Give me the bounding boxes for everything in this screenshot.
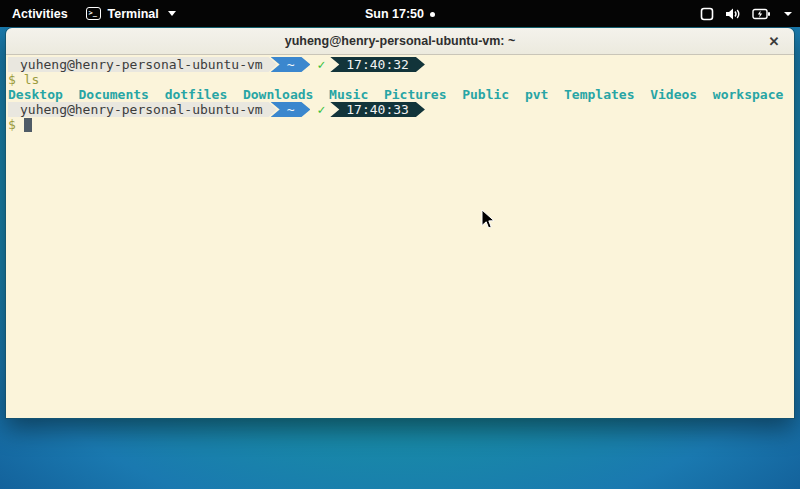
text-cursor xyxy=(24,118,32,132)
system-tray[interactable] xyxy=(700,0,792,27)
directory-name: workspace xyxy=(713,87,783,102)
status-check-icon: ✓ xyxy=(310,102,330,117)
directory-name: dotfiles xyxy=(165,87,228,102)
directory-name: Pictures xyxy=(384,87,447,102)
chevron-down-icon xyxy=(784,12,792,16)
directory-name: Desktop xyxy=(8,87,63,102)
media-indicator-dot xyxy=(430,12,435,17)
status-check-icon: ✓ xyxy=(310,57,330,72)
directory-name: Music xyxy=(329,87,368,102)
directory-name: pvt xyxy=(525,87,548,102)
terminal-app-icon: >_ xyxy=(86,7,101,20)
app-menu-terminal[interactable]: >_ Terminal xyxy=(86,7,176,21)
directory-name: Public xyxy=(462,87,509,102)
screen-share-icon xyxy=(700,7,714,21)
input-line[interactable]: $ xyxy=(8,117,794,132)
window-title: yuheng@henry-personal-ubuntu-vm: ~ xyxy=(285,34,516,48)
command-text: ls xyxy=(24,72,40,87)
window-titlebar[interactable]: yuheng@henry-personal-ubuntu-vm: ~ ✕ xyxy=(6,28,794,55)
prompt-timestamp: 17:40:32 xyxy=(330,57,425,72)
command-line: $ ls xyxy=(8,72,794,87)
volume-icon xyxy=(725,7,741,21)
close-button[interactable]: ✕ xyxy=(763,28,785,55)
directory-name: Templates xyxy=(564,87,634,102)
ls-output-line: Desktop Documents dotfiles Downloads Mus… xyxy=(8,87,794,102)
directory-name: Downloads xyxy=(243,87,313,102)
prompt-line: yuheng@henry-personal-ubuntu-vm ~ ✓ 17:4… xyxy=(8,102,794,117)
prompt-timestamp: 17:40:33 xyxy=(330,102,425,117)
prompt-symbol: $ xyxy=(8,117,16,132)
prompt-line: yuheng@henry-personal-ubuntu-vm ~ ✓ 17:4… xyxy=(8,57,794,72)
top-bar: Activities >_ Terminal Sun 17:50 xyxy=(0,0,800,27)
clock[interactable]: Sun 17:50 xyxy=(365,7,424,21)
prompt-user-host: yuheng@henry-personal-ubuntu-vm xyxy=(8,102,277,117)
prompt-symbol: $ xyxy=(8,72,16,87)
chevron-down-icon xyxy=(168,11,176,16)
directory-name: Documents xyxy=(78,87,148,102)
battery-charging-icon xyxy=(752,8,771,20)
app-menu-label: Terminal xyxy=(108,7,159,21)
terminal-screen[interactable]: yuheng@henry-personal-ubuntu-vm ~ ✓ 17:4… xyxy=(6,55,794,418)
prompt-user-host: yuheng@henry-personal-ubuntu-vm xyxy=(8,57,277,72)
activities-button[interactable]: Activities xyxy=(12,7,68,21)
terminal-window: yuheng@henry-personal-ubuntu-vm: ~ ✕ yuh… xyxy=(5,27,795,419)
directory-name: Videos xyxy=(650,87,697,102)
